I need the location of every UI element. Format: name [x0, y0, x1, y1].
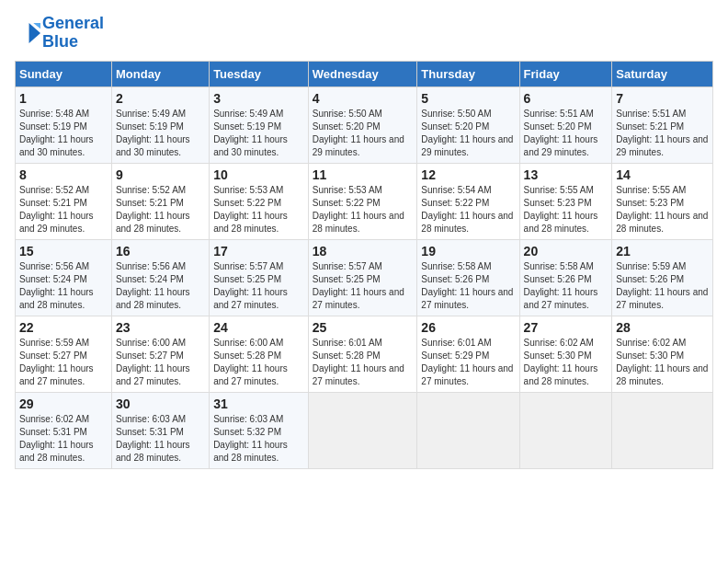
- day-number: 6: [524, 91, 609, 106]
- calendar-cell: 25Sunrise: 6:01 AMSunset: 5:28 PMDayligh…: [308, 316, 417, 392]
- calendar-week-row: 1Sunrise: 5:48 AMSunset: 5:19 PMDaylight…: [16, 86, 713, 163]
- calendar-week-row: 8Sunrise: 5:52 AMSunset: 5:21 PMDaylight…: [16, 163, 713, 239]
- calendar-cell: 28Sunrise: 6:02 AMSunset: 5:30 PMDayligh…: [612, 316, 713, 392]
- calendar-week-row: 29Sunrise: 6:02 AMSunset: 5:31 PMDayligh…: [16, 392, 713, 468]
- header-sunday: Sunday: [16, 61, 112, 86]
- day-number: 30: [116, 396, 205, 411]
- day-number: 8: [19, 167, 108, 182]
- header-tuesday: Tuesday: [210, 61, 309, 86]
- calendar-cell: 31Sunrise: 6:03 AMSunset: 5:32 PMDayligh…: [210, 392, 309, 468]
- calendar-header-row: SundayMondayTuesdayWednesdayThursdayFrid…: [16, 61, 713, 86]
- calendar-week-row: 15Sunrise: 5:56 AMSunset: 5:24 PMDayligh…: [16, 239, 713, 316]
- day-info: Sunrise: 5:56 AMSunset: 5:24 PMDaylight:…: [116, 260, 205, 312]
- day-info: Sunrise: 5:53 AMSunset: 5:22 PMDaylight:…: [213, 184, 304, 236]
- day-number: 16: [116, 244, 205, 259]
- calendar-cell: 7Sunrise: 5:51 AMSunset: 5:21 PMDaylight…: [612, 86, 713, 163]
- day-info: Sunrise: 5:52 AMSunset: 5:21 PMDaylight:…: [19, 184, 108, 236]
- logo-icon: [15, 20, 40, 46]
- calendar-cell: 17Sunrise: 5:57 AMSunset: 5:25 PMDayligh…: [210, 239, 309, 316]
- day-info: Sunrise: 5:51 AMSunset: 5:20 PMDaylight:…: [524, 108, 609, 159]
- day-number: 22: [19, 320, 108, 335]
- day-number: 19: [421, 244, 515, 259]
- day-number: 2: [116, 91, 205, 106]
- day-info: Sunrise: 5:51 AMSunset: 5:21 PMDaylight:…: [616, 108, 709, 159]
- day-number: 9: [116, 167, 205, 182]
- day-number: 12: [421, 167, 515, 182]
- day-info: Sunrise: 5:52 AMSunset: 5:21 PMDaylight:…: [116, 184, 205, 236]
- day-info: Sunrise: 5:50 AMSunset: 5:20 PMDaylight:…: [421, 108, 515, 159]
- logo-text: General Blue: [42, 15, 104, 52]
- calendar-cell: 16Sunrise: 5:56 AMSunset: 5:24 PMDayligh…: [111, 239, 209, 316]
- day-info: Sunrise: 6:01 AMSunset: 5:29 PMDaylight:…: [421, 337, 515, 388]
- day-number: 18: [313, 244, 414, 259]
- calendar-cell: [308, 392, 417, 468]
- day-number: 7: [616, 91, 709, 106]
- day-info: Sunrise: 5:59 AMSunset: 5:26 PMDaylight:…: [616, 260, 709, 312]
- calendar-cell: 13Sunrise: 5:55 AMSunset: 5:23 PMDayligh…: [519, 163, 612, 239]
- day-number: 15: [19, 244, 108, 259]
- day-info: Sunrise: 5:55 AMSunset: 5:23 PMDaylight:…: [616, 184, 709, 236]
- calendar-cell: 29Sunrise: 6:02 AMSunset: 5:31 PMDayligh…: [16, 392, 112, 468]
- calendar-cell: 6Sunrise: 5:51 AMSunset: 5:20 PMDaylight…: [519, 86, 612, 163]
- header-wednesday: Wednesday: [308, 61, 417, 86]
- calendar-week-row: 22Sunrise: 5:59 AMSunset: 5:27 PMDayligh…: [16, 316, 713, 392]
- calendar-cell: [519, 392, 612, 468]
- day-info: Sunrise: 5:58 AMSunset: 5:26 PMDaylight:…: [524, 260, 609, 312]
- calendar-cell: [612, 392, 713, 468]
- day-info: Sunrise: 6:03 AMSunset: 5:31 PMDaylight:…: [116, 413, 205, 465]
- calendar-cell: 2Sunrise: 5:49 AMSunset: 5:19 PMDaylight…: [111, 86, 209, 163]
- calendar-cell: 4Sunrise: 5:50 AMSunset: 5:20 PMDaylight…: [308, 86, 417, 163]
- day-info: Sunrise: 5:58 AMSunset: 5:26 PMDaylight:…: [421, 260, 515, 312]
- day-number: 28: [616, 320, 709, 335]
- day-info: Sunrise: 5:50 AMSunset: 5:20 PMDaylight:…: [313, 108, 414, 159]
- day-info: Sunrise: 5:57 AMSunset: 5:25 PMDaylight:…: [313, 260, 414, 312]
- calendar-cell: 19Sunrise: 5:58 AMSunset: 5:26 PMDayligh…: [417, 239, 519, 316]
- day-number: 31: [213, 396, 304, 411]
- day-info: Sunrise: 5:55 AMSunset: 5:23 PMDaylight:…: [524, 184, 609, 236]
- day-info: Sunrise: 6:03 AMSunset: 5:32 PMDaylight:…: [213, 413, 304, 465]
- day-info: Sunrise: 5:54 AMSunset: 5:22 PMDaylight:…: [421, 184, 515, 236]
- day-number: 23: [116, 320, 205, 335]
- day-number: 14: [616, 167, 709, 182]
- day-info: Sunrise: 5:49 AMSunset: 5:19 PMDaylight:…: [213, 108, 304, 159]
- day-number: 20: [524, 244, 609, 259]
- calendar-table: SundayMondayTuesdayWednesdayThursdayFrid…: [15, 61, 713, 469]
- calendar-cell: 11Sunrise: 5:53 AMSunset: 5:22 PMDayligh…: [308, 163, 417, 239]
- day-info: Sunrise: 6:02 AMSunset: 5:30 PMDaylight:…: [524, 337, 609, 388]
- calendar-cell: 15Sunrise: 5:56 AMSunset: 5:24 PMDayligh…: [16, 239, 112, 316]
- day-info: Sunrise: 5:53 AMSunset: 5:22 PMDaylight:…: [313, 184, 414, 236]
- header-monday: Monday: [111, 61, 209, 86]
- day-info: Sunrise: 6:02 AMSunset: 5:31 PMDaylight:…: [19, 413, 108, 465]
- day-number: 29: [19, 396, 108, 411]
- calendar-cell: 1Sunrise: 5:48 AMSunset: 5:19 PMDaylight…: [16, 86, 112, 163]
- day-info: Sunrise: 5:48 AMSunset: 5:19 PMDaylight:…: [19, 108, 108, 159]
- calendar-cell: 8Sunrise: 5:52 AMSunset: 5:21 PMDaylight…: [16, 163, 112, 239]
- header-thursday: Thursday: [417, 61, 519, 86]
- day-number: 17: [213, 244, 304, 259]
- logo: General Blue: [15, 15, 104, 52]
- day-number: 24: [213, 320, 304, 335]
- calendar-cell: 21Sunrise: 5:59 AMSunset: 5:26 PMDayligh…: [612, 239, 713, 316]
- calendar-cell: 12Sunrise: 5:54 AMSunset: 5:22 PMDayligh…: [417, 163, 519, 239]
- header-friday: Friday: [519, 61, 612, 86]
- calendar-cell: 10Sunrise: 5:53 AMSunset: 5:22 PMDayligh…: [210, 163, 309, 239]
- day-number: 11: [313, 167, 414, 182]
- day-number: 27: [524, 320, 609, 335]
- day-number: 13: [524, 167, 609, 182]
- day-number: 5: [421, 91, 515, 106]
- day-info: Sunrise: 6:00 AMSunset: 5:28 PMDaylight:…: [213, 337, 304, 388]
- day-info: Sunrise: 6:00 AMSunset: 5:27 PMDaylight:…: [116, 337, 205, 388]
- header-saturday: Saturday: [612, 61, 713, 86]
- calendar-cell: 18Sunrise: 5:57 AMSunset: 5:25 PMDayligh…: [308, 239, 417, 316]
- day-number: 21: [616, 244, 709, 259]
- day-info: Sunrise: 5:59 AMSunset: 5:27 PMDaylight:…: [19, 337, 108, 388]
- calendar-cell: 3Sunrise: 5:49 AMSunset: 5:19 PMDaylight…: [210, 86, 309, 163]
- day-number: 25: [313, 320, 414, 335]
- calendar-cell: [417, 392, 519, 468]
- page-header: General Blue: [15, 15, 713, 52]
- calendar-cell: 26Sunrise: 6:01 AMSunset: 5:29 PMDayligh…: [417, 316, 519, 392]
- calendar-cell: 20Sunrise: 5:58 AMSunset: 5:26 PMDayligh…: [519, 239, 612, 316]
- day-info: Sunrise: 5:57 AMSunset: 5:25 PMDaylight:…: [213, 260, 304, 312]
- day-number: 10: [213, 167, 304, 182]
- calendar-cell: 14Sunrise: 5:55 AMSunset: 5:23 PMDayligh…: [612, 163, 713, 239]
